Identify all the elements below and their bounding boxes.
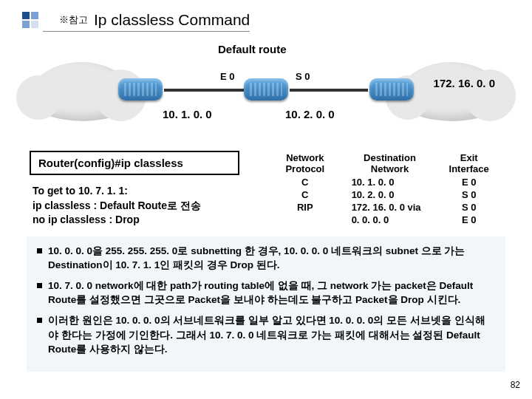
header-logo-icon [22, 12, 38, 28]
router-left-icon [118, 78, 163, 100]
col-destination: Destination Network [344, 151, 436, 176]
cell-proto [266, 214, 344, 226]
explain-line-1: To get to 10. 7. 1. 1: [33, 184, 239, 199]
header-divider [43, 31, 250, 32]
label-default-route: Default route [218, 43, 287, 55]
page-number: 82 [511, 380, 520, 390]
explain-block: To get to 10. 7. 1. 1: ip classless : De… [30, 184, 239, 228]
table-row: RIP 172. 16. 0. 0 via S 0 [266, 201, 502, 214]
notes-panel: 10. 0. 0. 0을 255. 255. 255. 0로 subnettin… [27, 236, 505, 372]
cell-dest: 0. 0. 0. 0 [344, 214, 436, 226]
bullet-icon [37, 248, 42, 253]
note-item: 10. 0. 0. 0을 255. 255. 255. 0로 subnettin… [37, 244, 495, 273]
explain-line-3: no ip classless : Drop [33, 213, 239, 228]
cell-proto: C [266, 188, 344, 201]
explain-line-2: ip classless : Default Route로 전송 [33, 199, 239, 214]
table-row: C 10. 2. 0. 0 S 0 [266, 188, 502, 201]
cell-dest: 10. 2. 0. 0 [344, 188, 436, 201]
cell-dest: 10. 1. 0. 0 [344, 176, 436, 188]
bullet-icon [37, 283, 42, 288]
label-net-10-2: 10. 2. 0. 0 [285, 108, 335, 120]
link-e0 [164, 89, 244, 92]
table-header-row: Network Protocol Destination Network Exi… [266, 151, 502, 176]
note-item: 10. 7. 0. 0 network에 대한 path가 routing ta… [37, 279, 495, 307]
table-row: C 10. 1. 0. 0 E 0 [266, 176, 502, 188]
cell-exit: E 0 [435, 214, 502, 226]
link-s0 [290, 89, 368, 92]
slide-title: Ip classless Command [94, 11, 250, 29]
bullet-icon [37, 318, 42, 323]
cell-exit: S 0 [435, 201, 502, 214]
slide-header: ※참고 Ip classless Command [0, 0, 532, 33]
col-exit: Exit Interface [435, 151, 502, 176]
network-diagram: Default route E 0 S 0 10. 1. 0. 0 10. 2.… [30, 40, 502, 151]
cloud-right-icon [399, 62, 502, 121]
cell-dest: 172. 16. 0. 0 via [344, 201, 436, 214]
cell-exit: E 0 [435, 176, 502, 188]
note-text: 이러한 원인은 10. 0. 0. 0의 서브네트워크를 일부 알고 있다면 1… [48, 313, 495, 357]
content-row: Router(config)#ip classless To get to 10… [30, 151, 502, 228]
note-text: 10. 7. 0. 0 network에 대한 path가 routing ta… [48, 279, 495, 307]
table-row: 0. 0. 0. 0 E 0 [266, 214, 502, 226]
label-net-172-16: 172. 16. 0. 0 [434, 77, 495, 89]
label-interface-e0: E 0 [220, 71, 235, 82]
label-interface-s0: S 0 [296, 71, 310, 82]
command-box: Router(config)#ip classless [30, 151, 239, 175]
routing-table: Network Protocol Destination Network Exi… [266, 151, 502, 226]
note-item: 이러한 원인은 10. 0. 0. 0의 서브네트워크를 일부 알고 있다면 1… [37, 313, 495, 357]
cloud-left-icon [30, 62, 133, 121]
router-right-icon [369, 78, 414, 100]
cell-proto: C [266, 176, 344, 188]
cell-exit: S 0 [435, 188, 502, 201]
label-net-10-1: 10. 1. 0. 0 [163, 108, 212, 120]
cell-proto: RIP [266, 201, 344, 214]
router-mid-icon [244, 78, 288, 100]
note-text: 10. 0. 0. 0을 255. 255. 255. 0로 subnettin… [48, 244, 495, 273]
title-reference: ※참고 [59, 13, 88, 27]
col-protocol: Network Protocol [266, 151, 344, 176]
